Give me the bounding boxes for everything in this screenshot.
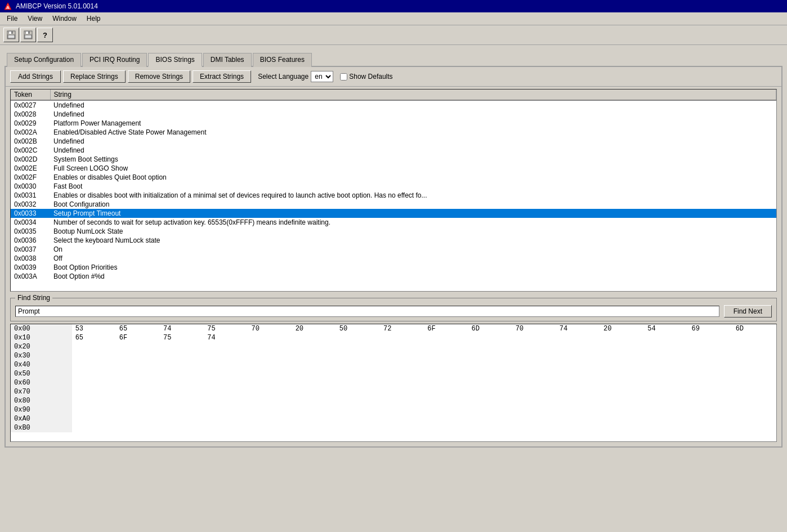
cell-string: Full Screen LOGO Show (50, 164, 776, 173)
extract-strings-button[interactable]: Extract Strings (193, 70, 251, 83)
hex-cell (248, 414, 292, 423)
hex-cell (468, 342, 512, 351)
table-row[interactable]: 0x002FEnables or disables Quiet Boot opt… (11, 173, 776, 182)
table-row[interactable]: 0x0030Fast Boot (11, 182, 776, 191)
hex-cell (688, 351, 732, 360)
hex-cell (336, 342, 380, 351)
find-next-button[interactable]: Find Next (724, 305, 772, 318)
tab-bios-strings[interactable]: BIOS Strings (148, 53, 202, 67)
svg-rect-9 (25, 35, 32, 38)
remove-strings-button[interactable]: Remove Strings (128, 70, 190, 83)
table-row[interactable]: 0x003ABoot Option #%d (11, 272, 776, 281)
hex-cell (160, 342, 204, 351)
table-row[interactable]: 0x0036Select the keyboard NumLock state (11, 236, 776, 245)
hex-cell (600, 351, 644, 360)
language-select[interactable]: en fr de ja (311, 71, 333, 82)
hex-cell (204, 360, 248, 369)
table-row[interactable]: 0x002EFull Screen LOGO Show (11, 164, 776, 173)
table-row[interactable]: 0x0032Boot Configuration (11, 200, 776, 209)
hex-cell (336, 396, 380, 405)
menu-file[interactable]: File (2, 14, 22, 24)
hex-cell (292, 387, 336, 396)
hex-cell (160, 351, 204, 360)
cell-string: Boot Configuration (50, 200, 776, 209)
hex-cell (644, 333, 688, 342)
menu-view[interactable]: View (23, 14, 47, 24)
hex-addr: 0x70 (11, 387, 72, 396)
hex-cell (644, 423, 688, 432)
hex-cell (556, 396, 600, 405)
select-language-label: Select Language (258, 73, 308, 81)
hex-cell (424, 333, 468, 342)
cell-string: Number of seconds to wait for setup acti… (50, 218, 776, 227)
menu-window[interactable]: Window (48, 14, 81, 24)
table-row[interactable]: 0x0035Bootup NumLock State (11, 227, 776, 236)
menu-help[interactable]: Help (82, 14, 105, 24)
table-row[interactable]: 0x002BUndefined (11, 137, 776, 146)
hex-cell: 70 (512, 324, 556, 333)
hex-cell (600, 405, 644, 414)
cell-string: Off (50, 254, 776, 263)
table-row[interactable]: 0x0031Enables or disables boot with init… (11, 191, 776, 200)
table-row[interactable]: 0x0033Setup Prompt Timeout (11, 209, 776, 218)
cell-string: Undefined (50, 110, 776, 119)
hex-cell (380, 342, 424, 351)
table-row[interactable]: 0x0034Number of seconds to wait for setu… (11, 218, 776, 227)
hex-cell (336, 333, 380, 342)
find-string-input[interactable] (15, 306, 719, 317)
table-row[interactable]: 0x0027Undefined (11, 100, 776, 110)
app-title: AMIBCP Version 5.01.0014 (16, 2, 98, 10)
table-row[interactable]: 0x0038Off (11, 254, 776, 263)
table-row[interactable]: 0x0028Undefined (11, 110, 776, 119)
add-strings-button[interactable]: Add Strings (10, 70, 61, 83)
hex-cell (336, 423, 380, 432)
save-button[interactable] (3, 28, 19, 42)
hex-cell (248, 360, 292, 369)
hex-cell (116, 360, 160, 369)
tab-dmi-tables[interactable]: DMI Tables (203, 53, 252, 67)
hex-cell (468, 396, 512, 405)
hex-grid-container[interactable]: 0x0053657475702050726F6D70742054696D0x10… (10, 324, 777, 442)
cell-token: 0x002F (11, 173, 50, 182)
table-row[interactable]: 0x0039Boot Option Priorities (11, 263, 776, 272)
hex-cell (512, 423, 556, 432)
hex-row: 0x90 (11, 405, 776, 414)
hex-cell: 53 (72, 324, 116, 333)
hex-cell (116, 351, 160, 360)
hex-cell (556, 360, 600, 369)
table-row[interactable]: 0x002CUndefined (11, 146, 776, 155)
tab-pci-irq-routing[interactable]: PCI IRQ Routing (82, 53, 147, 67)
hex-cell (248, 342, 292, 351)
table-row[interactable]: 0x0037On (11, 245, 776, 254)
hex-row: 0x20 (11, 342, 776, 351)
hex-grid: 0x0053657475702050726F6D70742054696D0x10… (11, 324, 776, 432)
hex-cell: 65 (72, 333, 116, 342)
hex-grid-body: 0x0053657475702050726F6D70742054696D0x10… (11, 324, 776, 432)
tab-bios-features[interactable]: BIOS Features (253, 53, 312, 67)
hex-addr: 0x80 (11, 396, 72, 405)
help-button[interactable]: ? (37, 28, 53, 42)
replace-strings-button[interactable]: Replace Strings (63, 70, 126, 83)
table-row[interactable]: 0x002AEnabled/Disabled Active State Powe… (11, 128, 776, 137)
hex-cell (556, 378, 600, 387)
show-defaults-checkbox[interactable] (340, 73, 347, 81)
save2-button[interactable] (20, 28, 36, 42)
cell-token: 0x0035 (11, 227, 50, 236)
action-buttons-row: Add Strings Replace Strings Remove Strin… (6, 67, 781, 87)
string-table-container[interactable]: Token String 0x0027Undefined0x0028Undefi… (10, 89, 777, 292)
hex-cell: 74 (556, 324, 600, 333)
table-row[interactable]: 0x002DSystem Boot Settings (11, 155, 776, 164)
hex-cell (512, 378, 556, 387)
hex-cell (204, 414, 248, 423)
hex-cell (644, 369, 688, 378)
table-row[interactable]: 0x0029Platform Power Management (11, 119, 776, 128)
hex-cell (688, 342, 732, 351)
hex-row: 0xA0 (11, 414, 776, 423)
hex-addr: 0x10 (11, 333, 72, 342)
hex-cell (600, 342, 644, 351)
hex-cell (512, 360, 556, 369)
hex-addr: 0x60 (11, 378, 72, 387)
svg-text:A: A (6, 5, 10, 10)
tab-setup-configuration[interactable]: Setup Configuration (7, 53, 81, 67)
hex-cell (72, 351, 116, 360)
